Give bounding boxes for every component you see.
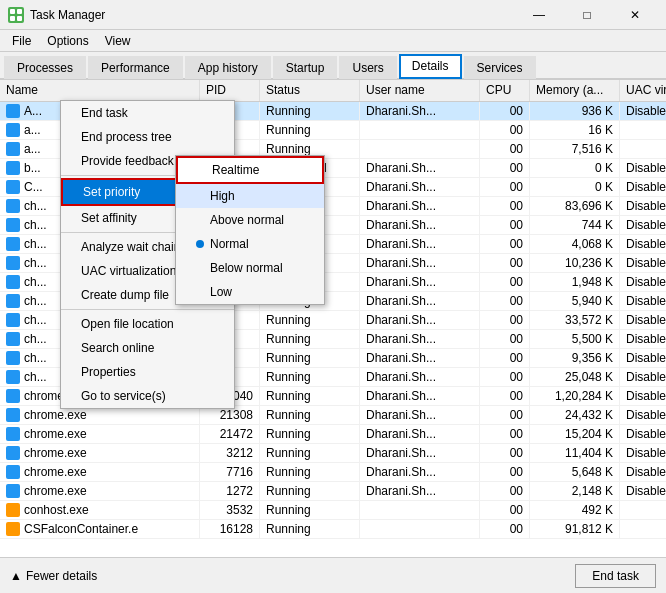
tab-services[interactable]: Services xyxy=(464,56,536,79)
td-user xyxy=(360,121,480,139)
ctx-properties[interactable]: Properties xyxy=(61,360,234,384)
td-uac: Disabled xyxy=(620,406,666,424)
th-username[interactable]: User name xyxy=(360,80,480,101)
td-pid: 21472 xyxy=(200,425,260,443)
menu-options[interactable]: Options xyxy=(39,32,96,49)
tab-users[interactable]: Users xyxy=(339,56,396,79)
td-user: Dharani.Sh... xyxy=(360,368,480,386)
process-icon xyxy=(6,218,20,232)
svg-rect-1 xyxy=(17,9,22,14)
td-memory: 91,812 K xyxy=(530,520,620,538)
td-user: Dharani.Sh... xyxy=(360,425,480,443)
td-uac: Disabled xyxy=(620,425,666,443)
process-icon xyxy=(6,275,20,289)
td-memory: 83,696 K xyxy=(530,197,620,215)
td-cpu: 00 xyxy=(480,178,530,196)
th-uac[interactable]: UAC virtualiza... xyxy=(620,80,666,101)
tab-app-history[interactable]: App history xyxy=(185,56,271,79)
td-memory: 15,204 K xyxy=(530,425,620,443)
th-name[interactable]: Name xyxy=(0,80,200,101)
table-row[interactable]: chrome.exe 7716 Running Dharani.Sh... 00… xyxy=(0,463,666,482)
td-status: Running xyxy=(260,121,360,139)
ctx-goto-services[interactable]: Go to service(s) xyxy=(61,384,234,408)
th-pid[interactable]: PID xyxy=(200,80,260,101)
priority-realtime[interactable]: Realtime xyxy=(176,156,324,184)
title-bar: Task Manager — □ ✕ xyxy=(0,0,666,30)
th-cpu[interactable]: CPU xyxy=(480,80,530,101)
td-user: Dharani.Sh... xyxy=(360,159,480,177)
td-status: Running xyxy=(260,463,360,481)
table-row[interactable]: chrome.exe 21472 Running Dharani.Sh... 0… xyxy=(0,425,666,444)
table-row[interactable]: CSFalconContainer.e 16128 Running 00 91,… xyxy=(0,520,666,539)
process-icon xyxy=(6,199,20,213)
tab-performance[interactable]: Performance xyxy=(88,56,183,79)
td-uac: Disabled xyxy=(620,292,666,310)
ctx-end-task[interactable]: End task xyxy=(61,101,234,125)
td-memory: 1,20,284 K xyxy=(530,387,620,405)
priority-normal[interactable]: Normal xyxy=(176,232,324,256)
td-status: Running xyxy=(260,444,360,462)
menu-file[interactable]: File xyxy=(4,32,39,49)
td-status: Running xyxy=(260,482,360,500)
th-status[interactable]: Status xyxy=(260,80,360,101)
th-memory[interactable]: Memory (a... xyxy=(530,80,620,101)
tab-startup[interactable]: Startup xyxy=(273,56,338,79)
td-cpu: 00 xyxy=(480,463,530,481)
menu-view[interactable]: View xyxy=(97,32,139,49)
td-uac: Disabled xyxy=(620,159,666,177)
ctx-search-online[interactable]: Search online xyxy=(61,336,234,360)
td-uac: Disabled xyxy=(620,387,666,405)
table-row[interactable]: chrome.exe 1272 Running Dharani.Sh... 00… xyxy=(0,482,666,501)
process-icon xyxy=(6,408,20,422)
fewer-details-button[interactable]: ▲ Fewer details xyxy=(10,569,97,583)
tab-processes[interactable]: Processes xyxy=(4,56,86,79)
td-pid: 3532 xyxy=(200,501,260,519)
process-icon xyxy=(6,522,20,536)
td-cpu: 00 xyxy=(480,501,530,519)
table-row[interactable]: conhost.exe 3532 Running 00 492 K xyxy=(0,501,666,520)
process-icon xyxy=(6,389,20,403)
end-task-button[interactable]: End task xyxy=(575,564,656,588)
app-icon xyxy=(8,7,24,23)
bottom-bar: ▲ Fewer details End task xyxy=(0,557,666,593)
td-user: Dharani.Sh... xyxy=(360,102,480,120)
td-status: Running xyxy=(260,330,360,348)
td-cpu: 00 xyxy=(480,387,530,405)
td-user xyxy=(360,501,480,519)
maximize-button[interactable]: □ xyxy=(564,5,610,25)
td-uac xyxy=(620,121,666,139)
td-memory: 4,068 K xyxy=(530,235,620,253)
process-icon xyxy=(6,123,20,137)
close-button[interactable]: ✕ xyxy=(612,5,658,25)
td-uac xyxy=(620,520,666,538)
process-icon xyxy=(6,104,20,118)
ctx-open-location[interactable]: Open file location xyxy=(61,312,234,336)
td-cpu: 00 xyxy=(480,102,530,120)
td-cpu: 00 xyxy=(480,520,530,538)
process-icon xyxy=(6,427,20,441)
priority-low[interactable]: Low xyxy=(176,280,324,304)
ctx-end-process-tree[interactable]: End process tree xyxy=(61,125,234,149)
process-icon xyxy=(6,180,20,194)
td-cpu: 00 xyxy=(480,330,530,348)
main-content: Name PID Status User name CPU Memory (a.… xyxy=(0,80,666,557)
td-status: Running xyxy=(260,387,360,405)
td-memory: 5,500 K xyxy=(530,330,620,348)
fewer-details-label: Fewer details xyxy=(26,569,97,583)
td-uac: Disabled xyxy=(620,330,666,348)
priority-below-normal[interactable]: Below normal xyxy=(176,256,324,280)
td-uac: Disabled xyxy=(620,235,666,253)
td-status: Running xyxy=(260,406,360,424)
table-row[interactable]: chrome.exe 3212 Running Dharani.Sh... 00… xyxy=(0,444,666,463)
tab-details[interactable]: Details xyxy=(399,54,462,79)
minimize-button[interactable]: — xyxy=(516,5,562,25)
priority-high[interactable]: High xyxy=(176,184,324,208)
svg-rect-0 xyxy=(10,9,15,14)
td-user: Dharani.Sh... xyxy=(360,387,480,405)
app-window: Task Manager — □ ✕ File Options View Pro… xyxy=(0,0,666,593)
table-header: Name PID Status User name CPU Memory (a.… xyxy=(0,80,666,102)
td-memory: 492 K xyxy=(530,501,620,519)
priority-above-normal[interactable]: Above normal xyxy=(176,208,324,232)
process-icon xyxy=(6,294,20,308)
td-user: Dharani.Sh... xyxy=(360,330,480,348)
